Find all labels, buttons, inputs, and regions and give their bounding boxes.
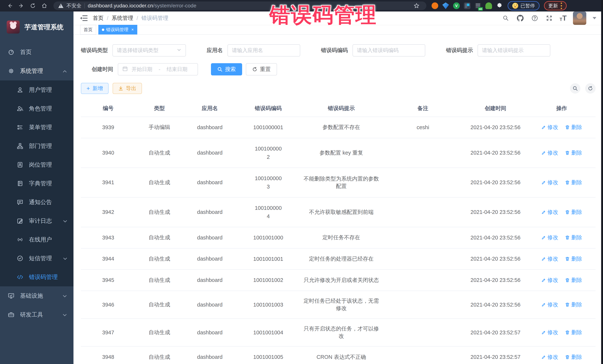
cell-remark: [383, 197, 464, 227]
sidebar-item-label: 审计日志: [29, 217, 57, 225]
home-icon[interactable]: [39, 2, 49, 10]
sidebar-item-label: 部门管理: [29, 142, 73, 150]
list-extension-icon[interactable]: on: [475, 2, 481, 9]
sidebar-fold-icon[interactable]: [80, 15, 88, 21]
edit-link[interactable]: 修改: [541, 301, 558, 309]
address-divider: [84, 3, 85, 8]
tag-label: 首页: [84, 27, 93, 33]
cell-type: 自动生成: [135, 319, 183, 346]
browser-menu-dots-icon[interactable]: •••: [560, 2, 562, 10]
edit-link[interactable]: 修改: [541, 179, 558, 186]
sidebar-item-menus[interactable]: 菜单管理: [0, 118, 73, 137]
window-right-edge: [601, 0, 603, 364]
font-size-icon[interactable]: TT: [560, 15, 567, 22]
not-secure-label[interactable]: 不安全: [66, 2, 81, 9]
delete-link[interactable]: 删除: [565, 301, 582, 309]
emoji-icon: [512, 3, 518, 9]
cell-app: dashboard: [183, 291, 236, 319]
sidebar-item-departments[interactable]: 部门管理: [0, 137, 73, 155]
sidebar-item-devtools[interactable]: 研发工具: [0, 305, 73, 324]
search-icon[interactable]: [502, 14, 510, 22]
export-button[interactable]: 导出: [113, 83, 142, 94]
delete-link[interactable]: 删除: [565, 353, 582, 361]
sidebar-item-error-code[interactable]: 错误码管理: [0, 268, 73, 286]
url-text[interactable]: dashboard.yudao.iocoder.cn/system/error-…: [88, 3, 196, 9]
search-button[interactable]: 搜索: [211, 63, 242, 76]
sidebar-item-online-users[interactable]: 在线用户: [0, 230, 73, 249]
github-icon[interactable]: [516, 14, 524, 22]
paused-extension-badge[interactable]: 已暂停: [508, 1, 540, 10]
error-code-table: 编号 类型 应用名 错误码编码 错误码提示 备注 创建时间 操作: [81, 100, 596, 364]
tag-close-icon[interactable]: ×: [131, 27, 134, 32]
refresh-button[interactable]: [585, 83, 596, 94]
v-extension-icon[interactable]: V: [453, 2, 460, 9]
delete-link[interactable]: 删除: [565, 255, 582, 263]
delete-link[interactable]: 删除: [565, 329, 582, 336]
bookmark-star-icon[interactable]: [412, 2, 422, 10]
button-label: 导出: [126, 85, 136, 92]
sidebar-item-sms[interactable]: 短信管理: [0, 249, 73, 268]
edit-link[interactable]: 修改: [541, 124, 558, 131]
delete-link[interactable]: 删除: [565, 209, 582, 216]
toggle-search-button[interactable]: [570, 83, 580, 94]
col-header-remark: 备注: [383, 100, 464, 117]
edit-link[interactable]: 修改: [541, 353, 558, 361]
sidebar-item-home[interactable]: 首页: [0, 43, 73, 62]
sidebar-item-users[interactable]: 用户管理: [0, 80, 73, 99]
browser-update-button[interactable]: 更新 •••: [544, 1, 567, 10]
delete-link[interactable]: 删除: [565, 124, 582, 131]
gem-extension-icon[interactable]: [442, 2, 449, 9]
edit-link[interactable]: 修改: [541, 255, 558, 263]
fullscreen-icon[interactable]: [545, 14, 553, 22]
breadcrumb-system[interactable]: 系统管理: [112, 14, 133, 22]
sidebar-item-audit-log[interactable]: 审计日志: [0, 211, 73, 230]
cell-app: dashboard: [183, 117, 236, 138]
key-extension-icon[interactable]: [485, 2, 492, 9]
avatar-caret-icon[interactable]: [593, 17, 596, 19]
error-code-input[interactable]: 请输入错误码编码: [352, 44, 425, 56]
app-name-input[interactable]: 请输入应用名: [227, 44, 300, 56]
sidebar-item-system[interactable]: 系统管理: [0, 62, 73, 80]
grid-extension-icon[interactable]: [464, 2, 471, 9]
delete-link[interactable]: 删除: [565, 234, 582, 241]
error-hint-input[interactable]: 请输入错误码提示: [477, 44, 550, 56]
sidebar-item-notices[interactable]: 通知公告: [0, 193, 73, 211]
tag-home[interactable]: 首页: [80, 25, 96, 34]
delete-link[interactable]: 删除: [565, 179, 582, 186]
reload-icon[interactable]: [28, 2, 38, 10]
table-row: 3943 自动生成 dashboard 1001001000 定时任务不存在 2…: [81, 227, 596, 248]
edit-link[interactable]: 修改: [541, 329, 558, 336]
sidebar-item-posts[interactable]: 岗位管理: [0, 155, 73, 174]
date-range-picker[interactable]: 开始日期 - 结束日期: [118, 63, 198, 76]
delete-link[interactable]: 删除: [565, 276, 582, 284]
reset-button[interactable]: 重置: [246, 63, 277, 76]
help-icon[interactable]: [531, 14, 539, 22]
back-icon[interactable]: [5, 2, 15, 10]
add-button[interactable]: + 新增: [81, 83, 109, 94]
edit-label: 修改: [547, 276, 558, 284]
forward-icon[interactable]: [16, 2, 26, 10]
chevron-up-icon: [62, 69, 67, 73]
error-type-select[interactable]: 请选择错误码类型: [112, 44, 186, 56]
sidebar-item-infrastructure[interactable]: 基础设施: [0, 286, 73, 305]
extensions-puzzle-icon[interactable]: [496, 2, 503, 9]
edit-link[interactable]: 修改: [541, 209, 558, 216]
edit-label: 修改: [547, 329, 558, 336]
edit-link[interactable]: 修改: [541, 234, 558, 241]
cell-time: 2021-04-20 23:52:56: [463, 291, 528, 319]
sidebar-logo-row[interactable]: 芋道管理系统: [0, 11, 73, 43]
user-avatar[interactable]: [573, 11, 586, 25]
edit-link[interactable]: 修改: [541, 149, 558, 157]
button-label: 新增: [93, 85, 103, 92]
sidebar-item-roles[interactable]: 角色管理: [0, 99, 73, 118]
adblock-extension-icon[interactable]: [431, 2, 438, 9]
cell-id: 3946: [81, 291, 135, 319]
cell-code: 100100000 4: [236, 197, 300, 227]
edit-link[interactable]: 修改: [541, 276, 558, 284]
sidebar-item-dictionary[interactable]: 字典管理: [0, 174, 73, 193]
breadcrumb-home[interactable]: 首页: [93, 14, 104, 22]
tag-error-code[interactable]: 错误码管理 ×: [98, 25, 137, 34]
cell-actions: 修改 删除: [528, 269, 596, 291]
delete-link[interactable]: 删除: [565, 149, 582, 157]
cell-remark: ceshi: [383, 117, 464, 138]
